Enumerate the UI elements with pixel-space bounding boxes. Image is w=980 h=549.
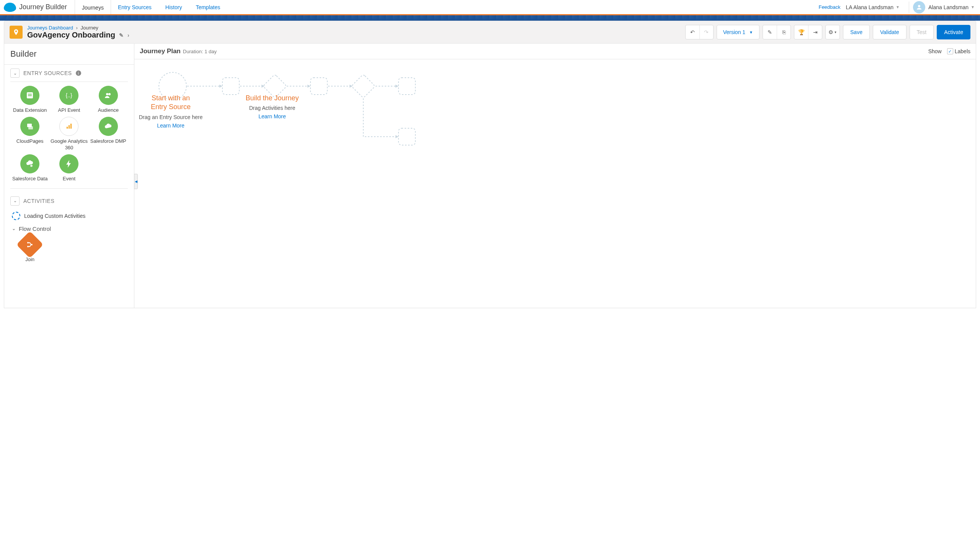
labels-checkbox-label: Labels xyxy=(955,48,970,54)
pencil-icon[interactable]: ✎ xyxy=(763,25,777,39)
chevron-right-icon[interactable]: › xyxy=(127,32,129,38)
hint-entry-source: Start with anEntry Source Drag an Entry … xyxy=(134,94,207,129)
test-button[interactable]: Test xyxy=(910,25,934,39)
version-dropdown[interactable]: Version 1 ▼ xyxy=(717,25,760,39)
list-icon xyxy=(20,86,39,105)
user-menu[interactable]: Alana Landsman xyxy=(928,4,969,10)
app-brand: Journey Builder xyxy=(19,3,75,11)
entry-source-cloudpages[interactable]: CloudPages xyxy=(10,117,49,151)
braces-icon: {..} xyxy=(59,86,78,105)
journey-title: GovAgency Onboarding xyxy=(27,31,115,39)
entry-source-salesforce-dmp[interactable]: Salesforce DMP xyxy=(89,117,128,151)
org-switcher[interactable]: LA Alana Landsman xyxy=(846,4,894,10)
pattern-bar xyxy=(0,15,980,21)
chevron-down-icon: ⌄ xyxy=(10,69,20,78)
redo-button[interactable]: ↷ xyxy=(699,25,713,39)
edit-title-icon[interactable]: ✎ xyxy=(119,32,124,38)
activate-button[interactable]: Activate xyxy=(937,25,970,39)
svg-rect-10 xyxy=(69,125,70,129)
svg-rect-8 xyxy=(28,126,33,129)
svg-point-13 xyxy=(27,242,29,243)
copy-icon[interactable]: ⎘ xyxy=(777,25,791,39)
section-flow-control[interactable]: ⌄ Flow Control xyxy=(4,222,134,235)
cloud-icon xyxy=(99,117,118,136)
svg-point-0 xyxy=(918,5,920,7)
svg-rect-17 xyxy=(222,78,239,95)
settings-group: ⚙▼ xyxy=(825,25,840,39)
svg-text:{..}: {..} xyxy=(66,92,72,98)
svg-rect-3 xyxy=(28,95,32,96)
entry-source-google-analytics[interactable]: Google Analytics 360 xyxy=(49,117,88,151)
show-label: Show xyxy=(928,48,942,54)
validate-button[interactable]: Validate xyxy=(873,25,906,39)
journey-toolbar: Journeys Dashboard › Journey GovAgency O… xyxy=(4,21,976,44)
svg-point-6 xyxy=(108,93,111,95)
labels-checkbox[interactable]: ✓ xyxy=(947,48,953,54)
undo-button[interactable]: ↶ xyxy=(686,25,699,39)
collapse-sidebar-handle[interactable]: ◀ xyxy=(134,174,138,189)
chevron-down-icon: ▼ xyxy=(749,30,753,34)
spinner-icon xyxy=(12,212,20,220)
svg-rect-21 xyxy=(399,78,415,95)
save-button[interactable]: Save xyxy=(843,25,870,39)
canvas-header: Journey Plan Duration: 1 day Show ✓ Labe… xyxy=(134,44,976,59)
section-entry-sources[interactable]: ⌄ ENTRY SOURCES i xyxy=(4,65,134,82)
sidebar-title: Builder xyxy=(4,44,134,65)
learn-more-entry-link[interactable]: Learn More xyxy=(134,123,207,129)
entry-source-data-extension[interactable]: Data Extension xyxy=(10,86,49,114)
svg-rect-9 xyxy=(67,127,68,129)
entry-source-audience[interactable]: Audience xyxy=(89,86,128,114)
tab-templates[interactable]: Templates xyxy=(189,0,227,15)
salesforce-cloud-icon xyxy=(4,3,16,12)
people-icon xyxy=(99,86,118,105)
entry-source-event[interactable]: Event xyxy=(49,154,88,182)
hint-build-journey: Build the Journey Drag Activities here L… xyxy=(234,94,310,119)
breadcrumb-current: Journey xyxy=(81,25,98,31)
ga-icon xyxy=(59,117,78,136)
tab-journeys[interactable]: Journeys xyxy=(75,0,111,14)
bolt-icon xyxy=(59,154,78,173)
breadcrumb: Journeys Dashboard › Journey xyxy=(27,25,129,31)
goal-exit-group: 🏆 ⇥ xyxy=(794,25,822,39)
svg-rect-19 xyxy=(310,78,327,95)
feedback-link[interactable]: Feedback xyxy=(818,4,840,10)
section-activities[interactable]: ⌄ ACTIVITIES xyxy=(4,193,134,209)
info-icon[interactable]: i xyxy=(76,70,81,76)
trophy-icon[interactable]: 🏆 xyxy=(794,25,808,39)
journey-icon xyxy=(10,26,23,39)
join-icon xyxy=(16,231,44,258)
breadcrumb-root[interactable]: Journeys Dashboard xyxy=(27,25,73,31)
edit-tools-group: ✎ ⎘ xyxy=(763,25,791,39)
builder-sidebar: Builder ⌄ ENTRY SOURCES i Data Extension… xyxy=(4,44,134,308)
chevron-down-icon: ▼ xyxy=(971,5,975,9)
svg-rect-2 xyxy=(28,94,32,95)
loading-custom-activities: Loading Custom Activities xyxy=(4,209,134,222)
svg-point-5 xyxy=(106,93,108,95)
pages-icon xyxy=(20,117,39,136)
svg-point-15 xyxy=(31,244,33,245)
svg-rect-22 xyxy=(399,128,415,145)
chevron-down-icon: ▼ xyxy=(896,5,900,9)
chevron-down-icon: ⌄ xyxy=(10,196,20,206)
svg-rect-20 xyxy=(351,74,375,98)
svg-point-14 xyxy=(27,246,29,247)
chevron-down-icon: ⌄ xyxy=(12,226,16,231)
activity-join[interactable]: Join xyxy=(10,235,49,263)
entry-source-api-event[interactable]: {..} API Event xyxy=(49,86,88,114)
journey-canvas[interactable]: ◀ Journey Plan Duration: 1 day Show ✓ La… xyxy=(134,44,976,308)
exit-icon[interactable]: ⇥ xyxy=(808,25,822,39)
undo-redo-group: ↶ ↷ xyxy=(685,25,714,39)
canvas-duration: Duration: 1 day xyxy=(183,49,217,54)
tab-entry-sources[interactable]: Entry Sources xyxy=(111,0,158,15)
user-avatar-icon[interactable] xyxy=(913,1,925,13)
entry-source-salesforce-data[interactable]: Salesforce Data xyxy=(10,154,49,182)
svg-point-12 xyxy=(30,165,33,167)
learn-more-build-link[interactable]: Learn More xyxy=(234,113,310,119)
canvas-title: Journey Plan xyxy=(140,47,181,55)
cloud-pin-icon xyxy=(20,154,39,173)
top-nav: Journey Builder Journeys Entry Sources H… xyxy=(0,0,980,15)
svg-rect-11 xyxy=(70,124,72,129)
tab-history[interactable]: History xyxy=(158,0,189,15)
gear-icon[interactable]: ⚙▼ xyxy=(826,25,840,39)
